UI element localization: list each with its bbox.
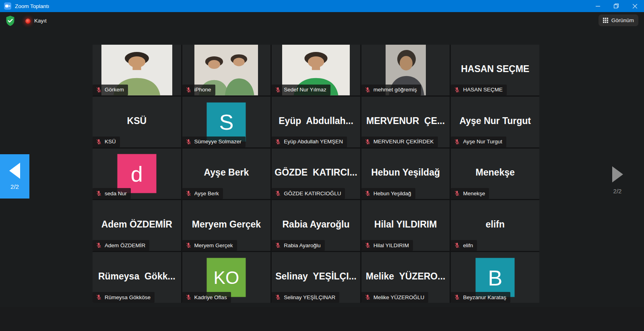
participant-name-badge: Adem ÖZDEMİR	[93, 240, 149, 251]
muted-mic-icon	[365, 242, 371, 248]
participant-name-label: Selinay YEŞİLÇINAR	[284, 294, 335, 300]
muted-mic-icon	[454, 294, 460, 300]
window-title: Zoom Toplantı	[15, 3, 49, 9]
grid-view-icon	[603, 18, 608, 23]
muted-mic-icon	[365, 190, 371, 197]
participant-name-badge: elifn	[451, 240, 477, 251]
participant-name-center: Rümeysa Gökk...	[95, 271, 179, 282]
participant-avatar: d	[117, 154, 156, 193]
participant-name-label: Hilal YILDIRIM	[374, 242, 409, 248]
participant-name-label: KSÜ	[105, 139, 116, 145]
participant-tile[interactable]: KSÜ KSÜ	[93, 97, 181, 147]
participant-name-badge: Eyüp Abdullah YEMŞEN	[272, 137, 347, 147]
window-controls	[588, 0, 644, 12]
participant-name-badge: HASAN SEÇME	[451, 85, 506, 95]
muted-mic-icon	[96, 87, 102, 93]
participant-tile[interactable]: iPhone	[182, 45, 271, 95]
participant-name-center: Eyüp Abdullah...	[274, 116, 358, 126]
participant-tile[interactable]: Hilal YILDIRIM Hilal YILDIRIM	[361, 200, 450, 251]
participant-name-center: Hebun Yeşildağ	[364, 168, 448, 178]
participant-name-label: Menekşe	[463, 190, 485, 197]
participant-name-label: GÔZDE KATIRCIOĞLU	[284, 190, 341, 197]
participant-name-badge: GÔZDE KATIRCIOĞLU	[272, 188, 345, 199]
participant-tile[interactable]: S Sümeyye Solmazer	[182, 97, 271, 147]
participant-name-badge: Rümeysa Gökköse	[93, 292, 155, 303]
participant-name-label: seda Nur	[105, 190, 127, 197]
participant-tile[interactable]: Ayşe Nur Turgut Ayşe Nur Turgut	[451, 97, 539, 147]
participant-tile[interactable]: Eyüp Abdullah... Eyüp Abdullah YEMŞEN	[272, 97, 360, 147]
participant-tile[interactable]: Selinay YEŞİLÇI... Selinay YEŞİLÇINAR	[272, 252, 360, 303]
minimize-button[interactable]	[588, 0, 607, 12]
participant-name-center: Selinay YEŞİLÇI...	[274, 271, 358, 282]
participant-name-center: Menekşe	[453, 168, 537, 178]
muted-mic-icon	[454, 139, 460, 145]
view-button[interactable]: Görünüm	[599, 14, 638, 26]
participant-tile[interactable]: Adem ÖZDEMİR Adem ÖZDEMİR	[93, 200, 181, 251]
participant-name-center: GÔZDE KATIRCI...	[274, 168, 358, 178]
muted-mic-icon	[186, 139, 192, 145]
meeting-toolbar: 46 Ayrıl	[0, 307, 644, 331]
participant-avatar: S	[207, 102, 246, 141]
participant-name-badge: Ayşe Nur Turgut	[451, 137, 506, 147]
participant-tile[interactable]: Melike YÜZERO... Melike YÜZEROĞLU	[361, 252, 450, 303]
page-indicator-right: 2/2	[613, 188, 622, 194]
participant-tile[interactable]: mehmet göğremiş	[361, 45, 450, 95]
participant-avatar: B	[476, 258, 515, 297]
muted-mic-icon	[275, 139, 281, 145]
next-page-button[interactable]: 2/2	[605, 166, 630, 194]
participant-tile[interactable]: B Beyzanur Karataş	[451, 252, 539, 303]
participant-name-center: KSÜ	[95, 116, 179, 126]
participant-tile[interactable]: HASAN SEÇME HASAN SEÇME	[451, 45, 539, 95]
participant-name-label: Kadriye Oflas	[194, 294, 227, 300]
gallery-grid: Görkem iPhone	[93, 45, 539, 303]
participant-tile[interactable]: Rümeysa Gökk... Rümeysa Gökköse	[93, 252, 181, 303]
participant-tile[interactable]: Hebun Yeşildağ Hebun Yeşildağ	[361, 149, 450, 199]
participant-tile[interactable]: Görkem	[93, 45, 181, 95]
participant-name-label: Adem ÖZDEMİR	[105, 242, 145, 248]
participant-avatar: KO	[207, 258, 246, 297]
security-shield-icon[interactable]	[5, 15, 15, 26]
participant-name-label: Sedef Nur Yılmaz	[284, 87, 326, 93]
participant-tile[interactable]: Menekşe Menekşe	[451, 149, 539, 199]
muted-mic-icon	[454, 190, 460, 197]
participant-name-badge: Meryem Gerçek	[182, 240, 237, 251]
muted-mic-icon	[186, 190, 192, 197]
participant-name-badge: Görkem	[93, 85, 128, 95]
participant-tile[interactable]: GÔZDE KATIRCI... GÔZDE KATIRCIOĞLU	[272, 149, 360, 199]
participant-name-label: Görkem	[105, 87, 124, 93]
previous-page-button[interactable]: 2/2	[0, 154, 29, 199]
arrow-right-icon	[612, 166, 623, 182]
participant-name-label: Melike YÜZEROĞLU	[374, 294, 425, 300]
arrow-left-icon	[9, 163, 20, 179]
muted-mic-icon	[275, 87, 281, 93]
participant-tile[interactable]: elifn elifn	[451, 200, 539, 251]
participant-tile[interactable]: MERVENUR ÇE... MERVENUR ÇEKİRDEK	[361, 97, 450, 147]
participant-name-badge: MERVENUR ÇEKİRDEK	[361, 137, 438, 147]
window-titlebar: Zoom Toplantı	[0, 0, 644, 12]
participant-name-label: Sümeyye Solmazer	[194, 139, 242, 145]
close-button[interactable]	[625, 0, 644, 12]
muted-mic-icon	[96, 242, 102, 248]
participant-tile[interactable]: Ayşe Berk Ayşe Berk	[182, 149, 271, 199]
participant-name-center: Ayşe Berk	[185, 168, 268, 178]
participant-tile[interactable]: d seda Nur	[93, 149, 181, 199]
participant-name-center: Hilal YILDIRIM	[364, 219, 448, 230]
participant-tile[interactable]: Sedef Nur Yılmaz	[272, 45, 360, 95]
muted-mic-icon	[186, 87, 192, 93]
participant-name-badge: KSÜ	[93, 137, 120, 147]
participant-name-badge: Selinay YEŞİLÇINAR	[272, 292, 339, 303]
participant-tile[interactable]: KO Kadriye Oflas	[182, 252, 271, 303]
muted-mic-icon	[365, 87, 371, 93]
participant-name-label: iPhone	[194, 87, 211, 93]
restore-button[interactable]	[607, 0, 625, 12]
participant-name-badge: Sümeyye Solmazer	[182, 137, 246, 147]
participant-tile[interactable]: Rabia Ayaroğlu Rabia Ayaroğlu	[272, 200, 360, 251]
muted-mic-icon	[186, 242, 192, 248]
participant-name-label: Eyüp Abdullah YEMŞEN	[284, 139, 343, 145]
participant-tile[interactable]: Meryem Gerçek Meryem Gerçek	[182, 200, 271, 251]
muted-mic-icon	[96, 294, 102, 300]
participant-name-badge: Sedef Nur Yılmaz	[272, 85, 330, 95]
participant-name-label: Rabia Ayaroğlu	[284, 242, 320, 248]
participant-name-label: HASAN SEÇME	[463, 87, 502, 93]
participant-name-label: mehmet göğremiş	[374, 87, 417, 93]
